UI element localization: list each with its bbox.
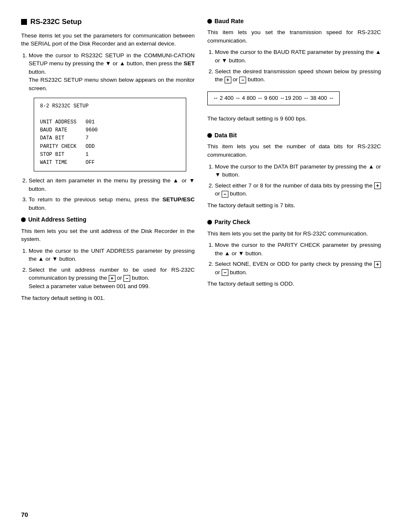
tri-down-icon-6 <box>238 250 244 257</box>
tri-down-icon <box>105 60 111 67</box>
data-bit-step-1: Move the cursor to the DATA BIT paramete… <box>215 163 381 179</box>
tri-down-icon-5 <box>215 171 220 178</box>
subsection-unit-address: Unit Address Setting This item lets you … <box>21 215 195 302</box>
tri-up-icon <box>119 60 125 67</box>
section-title-text: RS-232C Setup <box>30 17 82 27</box>
subsection-parity-check-steps: Move the cursor to the PARITY CHECK para… <box>215 241 381 276</box>
subsection-parity-check-body: This item lets you set the parity bit fo… <box>207 230 381 238</box>
unit-address-factory-default: The factory default setting is 001. <box>21 294 195 302</box>
minus-button-icon-3: − <box>222 191 228 198</box>
black-circle-icon <box>21 217 26 222</box>
baud-diagram: ↔ 2 400 ↔ 4 800 ↔ 9 600 ↔19 200 ↔ 38 400… <box>207 91 340 105</box>
baud-rate-step-2: Select the desired transmission speed sh… <box>215 67 381 84</box>
subsection-data-bit: Data Bit This item lets you set the numb… <box>207 131 381 209</box>
left-column: RS-232C Setup These items let you set th… <box>21 17 195 310</box>
subsection-parity-check-title: Parity Check <box>207 218 381 226</box>
tri-up-icon-4 <box>375 49 381 55</box>
plus-button-icon-2: + <box>225 77 231 83</box>
unit-address-step-2: Select the unit address number to be use… <box>29 266 195 291</box>
plus-button-icon-3: + <box>374 182 381 189</box>
section-title: RS-232C Setup <box>21 17 195 27</box>
data-bit-step-2: Select either 7 or 8 for the number of d… <box>215 182 381 198</box>
subsection-unit-address-steps: Move the cursor to the UNIT ADDRESS para… <box>29 247 195 291</box>
black-circle-icon-3 <box>207 133 212 138</box>
minus-button-icon: − <box>123 275 130 282</box>
step-2: Select an item parameter in the menu by … <box>29 176 195 193</box>
section-intro: These items let you set the parameters f… <box>21 32 195 48</box>
parity-check-step-2: Select NONE, EVEN or ODD for parity chec… <box>215 260 381 276</box>
subsection-data-bit-steps: Move the cursor to the DATA BIT paramete… <box>215 163 381 198</box>
minus-button-icon-4: − <box>222 269 228 276</box>
tri-up-icon-5 <box>368 163 374 170</box>
baud-rate-factory-default: The factory default setting is 9 600 bps… <box>207 115 381 123</box>
subsection-baud-rate-steps: Move the cursor to the BAUD RATE paramet… <box>215 48 381 83</box>
subsection-baud-rate-body: This item lets you set the transmission … <box>207 28 381 45</box>
menu-box: 8-2 RS232C SETUP UNIT ADDRESS 001 BAUD R… <box>34 98 186 172</box>
subsection-unit-address-label: Unit Address Setting <box>28 215 86 224</box>
subsection-parity-check-label: Parity Check <box>214 218 250 226</box>
right-column: Baud Rate This item lets you set the tra… <box>207 17 381 310</box>
step-3: To return to the previous setup menu, pr… <box>29 195 195 212</box>
tri-up-icon-3 <box>38 256 44 262</box>
data-bit-factory-default: The factory default setting is 7 bits. <box>207 201 381 210</box>
subsection-baud-rate-label: Baud Rate <box>214 17 244 25</box>
black-square-icon <box>21 19 27 25</box>
subsection-unit-address-body: This item lets you set the unit address … <box>21 227 195 243</box>
black-circle-icon-4 <box>207 220 212 225</box>
subsection-parity-check: Parity Check This item lets you set the … <box>207 218 381 288</box>
subsection-data-bit-title: Data Bit <box>207 131 381 139</box>
tri-up-icon-2 <box>173 177 179 184</box>
subsection-baud-rate-title: Baud Rate <box>207 17 381 25</box>
subsection-data-bit-label: Data Bit <box>214 131 237 139</box>
plus-button-icon-4: + <box>374 261 381 268</box>
subsection-data-bit-body: This item lets you set the number of dat… <box>207 142 381 159</box>
subsection-unit-address-title: Unit Address Setting <box>21 215 195 224</box>
page: RS-232C Setup These items let you set th… <box>0 0 402 532</box>
parity-check-factory-default: The factory default setting is ODD. <box>207 280 381 288</box>
section-steps-2: Select an item parameter in the menu by … <box>29 176 195 212</box>
plus-button-icon: + <box>109 275 115 282</box>
tri-down-icon-2 <box>189 177 195 184</box>
step-1: Move the cursor to RS232C SETUP in the C… <box>29 51 195 93</box>
baud-rate-step-1: Move the cursor to the BAUD RATE paramet… <box>215 48 381 64</box>
page-number: 70 <box>21 510 28 519</box>
subsection-baud-rate: Baud Rate This item lets you set the tra… <box>207 17 381 123</box>
tri-down-icon-4 <box>222 57 227 64</box>
minus-button-icon-2: − <box>239 77 246 83</box>
unit-address-step-1: Move the cursor to the UNIT ADDRESS para… <box>29 247 195 263</box>
tri-up-icon-6 <box>225 250 230 257</box>
section-steps: Move the cursor to RS232C SETUP in the C… <box>29 51 195 93</box>
parity-check-step-1: Move the cursor to the PARITY CHECK para… <box>215 241 381 257</box>
tri-down-icon-3 <box>52 256 57 262</box>
black-circle-icon-2 <box>207 19 212 24</box>
